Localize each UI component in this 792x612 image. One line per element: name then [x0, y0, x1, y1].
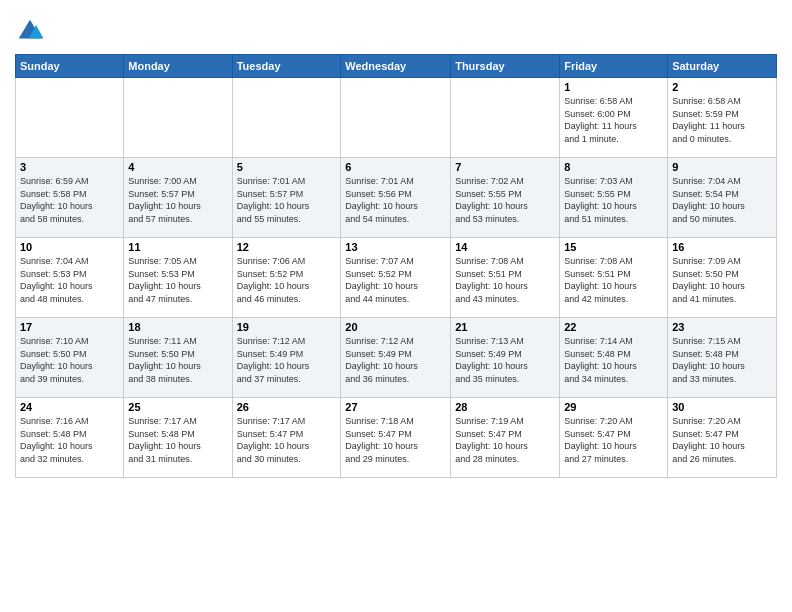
day-number: 6	[345, 161, 446, 173]
calendar-cell: 27Sunrise: 7:18 AM Sunset: 5:47 PM Dayli…	[341, 398, 451, 478]
calendar-cell: 21Sunrise: 7:13 AM Sunset: 5:49 PM Dayli…	[451, 318, 560, 398]
day-info: Sunrise: 7:08 AM Sunset: 5:51 PM Dayligh…	[564, 255, 663, 305]
calendar-cell: 6Sunrise: 7:01 AM Sunset: 5:56 PM Daylig…	[341, 158, 451, 238]
calendar-cell: 20Sunrise: 7:12 AM Sunset: 5:49 PM Dayli…	[341, 318, 451, 398]
day-number: 22	[564, 321, 663, 333]
day-info: Sunrise: 7:15 AM Sunset: 5:48 PM Dayligh…	[672, 335, 772, 385]
day-number: 10	[20, 241, 119, 253]
calendar-cell: 11Sunrise: 7:05 AM Sunset: 5:53 PM Dayli…	[124, 238, 232, 318]
day-number: 14	[455, 241, 555, 253]
calendar-cell: 10Sunrise: 7:04 AM Sunset: 5:53 PM Dayli…	[16, 238, 124, 318]
day-info: Sunrise: 7:09 AM Sunset: 5:50 PM Dayligh…	[672, 255, 772, 305]
day-info: Sunrise: 7:07 AM Sunset: 5:52 PM Dayligh…	[345, 255, 446, 305]
day-info: Sunrise: 7:01 AM Sunset: 5:56 PM Dayligh…	[345, 175, 446, 225]
calendar-cell: 30Sunrise: 7:20 AM Sunset: 5:47 PM Dayli…	[668, 398, 777, 478]
day-number: 19	[237, 321, 337, 333]
day-number: 24	[20, 401, 119, 413]
calendar-cell: 2Sunrise: 6:58 AM Sunset: 5:59 PM Daylig…	[668, 78, 777, 158]
day-info: Sunrise: 7:00 AM Sunset: 5:57 PM Dayligh…	[128, 175, 227, 225]
day-number: 28	[455, 401, 555, 413]
day-info: Sunrise: 7:18 AM Sunset: 5:47 PM Dayligh…	[345, 415, 446, 465]
day-number: 13	[345, 241, 446, 253]
day-number: 9	[672, 161, 772, 173]
day-number: 5	[237, 161, 337, 173]
page-container: SundayMondayTuesdayWednesdayThursdayFrid…	[0, 0, 792, 488]
day-number: 26	[237, 401, 337, 413]
calendar-week-row: 1Sunrise: 6:58 AM Sunset: 6:00 PM Daylig…	[16, 78, 777, 158]
calendar-table: SundayMondayTuesdayWednesdayThursdayFrid…	[15, 54, 777, 478]
day-number: 2	[672, 81, 772, 93]
calendar-cell: 17Sunrise: 7:10 AM Sunset: 5:50 PM Dayli…	[16, 318, 124, 398]
day-info: Sunrise: 7:04 AM Sunset: 5:53 PM Dayligh…	[20, 255, 119, 305]
day-number: 18	[128, 321, 227, 333]
day-number: 15	[564, 241, 663, 253]
day-number: 8	[564, 161, 663, 173]
day-number: 16	[672, 241, 772, 253]
day-info: Sunrise: 6:58 AM Sunset: 6:00 PM Dayligh…	[564, 95, 663, 145]
day-number: 27	[345, 401, 446, 413]
day-info: Sunrise: 7:05 AM Sunset: 5:53 PM Dayligh…	[128, 255, 227, 305]
calendar-cell: 1Sunrise: 6:58 AM Sunset: 6:00 PM Daylig…	[560, 78, 668, 158]
day-info: Sunrise: 7:17 AM Sunset: 5:48 PM Dayligh…	[128, 415, 227, 465]
calendar-cell: 23Sunrise: 7:15 AM Sunset: 5:48 PM Dayli…	[668, 318, 777, 398]
calendar-cell: 19Sunrise: 7:12 AM Sunset: 5:49 PM Dayli…	[232, 318, 341, 398]
day-number: 4	[128, 161, 227, 173]
calendar-cell: 15Sunrise: 7:08 AM Sunset: 5:51 PM Dayli…	[560, 238, 668, 318]
calendar-cell	[16, 78, 124, 158]
day-info: Sunrise: 7:20 AM Sunset: 5:47 PM Dayligh…	[564, 415, 663, 465]
calendar-cell: 28Sunrise: 7:19 AM Sunset: 5:47 PM Dayli…	[451, 398, 560, 478]
calendar-cell: 13Sunrise: 7:07 AM Sunset: 5:52 PM Dayli…	[341, 238, 451, 318]
logo-icon	[15, 16, 45, 46]
day-number: 3	[20, 161, 119, 173]
calendar-cell: 12Sunrise: 7:06 AM Sunset: 5:52 PM Dayli…	[232, 238, 341, 318]
day-info: Sunrise: 7:16 AM Sunset: 5:48 PM Dayligh…	[20, 415, 119, 465]
day-number: 25	[128, 401, 227, 413]
day-info: Sunrise: 7:12 AM Sunset: 5:49 PM Dayligh…	[345, 335, 446, 385]
day-number: 11	[128, 241, 227, 253]
weekday-header: Friday	[560, 55, 668, 78]
day-number: 30	[672, 401, 772, 413]
day-number: 20	[345, 321, 446, 333]
day-number: 21	[455, 321, 555, 333]
header	[15, 10, 777, 46]
calendar-cell	[232, 78, 341, 158]
day-number: 23	[672, 321, 772, 333]
day-number: 17	[20, 321, 119, 333]
day-number: 7	[455, 161, 555, 173]
calendar-week-row: 24Sunrise: 7:16 AM Sunset: 5:48 PM Dayli…	[16, 398, 777, 478]
calendar-cell: 24Sunrise: 7:16 AM Sunset: 5:48 PM Dayli…	[16, 398, 124, 478]
calendar-week-row: 3Sunrise: 6:59 AM Sunset: 5:58 PM Daylig…	[16, 158, 777, 238]
calendar-cell: 14Sunrise: 7:08 AM Sunset: 5:51 PM Dayli…	[451, 238, 560, 318]
day-info: Sunrise: 6:59 AM Sunset: 5:58 PM Dayligh…	[20, 175, 119, 225]
weekday-header: Sunday	[16, 55, 124, 78]
weekday-header: Monday	[124, 55, 232, 78]
calendar-cell: 26Sunrise: 7:17 AM Sunset: 5:47 PM Dayli…	[232, 398, 341, 478]
day-number: 29	[564, 401, 663, 413]
day-info: Sunrise: 7:12 AM Sunset: 5:49 PM Dayligh…	[237, 335, 337, 385]
day-info: Sunrise: 7:01 AM Sunset: 5:57 PM Dayligh…	[237, 175, 337, 225]
day-info: Sunrise: 7:04 AM Sunset: 5:54 PM Dayligh…	[672, 175, 772, 225]
day-info: Sunrise: 7:19 AM Sunset: 5:47 PM Dayligh…	[455, 415, 555, 465]
calendar-cell: 25Sunrise: 7:17 AM Sunset: 5:48 PM Dayli…	[124, 398, 232, 478]
calendar-week-row: 10Sunrise: 7:04 AM Sunset: 5:53 PM Dayli…	[16, 238, 777, 318]
day-info: Sunrise: 7:10 AM Sunset: 5:50 PM Dayligh…	[20, 335, 119, 385]
day-number: 12	[237, 241, 337, 253]
day-info: Sunrise: 7:20 AM Sunset: 5:47 PM Dayligh…	[672, 415, 772, 465]
calendar-cell: 22Sunrise: 7:14 AM Sunset: 5:48 PM Dayli…	[560, 318, 668, 398]
calendar-cell	[124, 78, 232, 158]
weekday-header: Tuesday	[232, 55, 341, 78]
calendar-cell	[341, 78, 451, 158]
day-info: Sunrise: 7:13 AM Sunset: 5:49 PM Dayligh…	[455, 335, 555, 385]
calendar-cell: 18Sunrise: 7:11 AM Sunset: 5:50 PM Dayli…	[124, 318, 232, 398]
weekday-header: Wednesday	[341, 55, 451, 78]
weekday-header: Thursday	[451, 55, 560, 78]
day-info: Sunrise: 7:11 AM Sunset: 5:50 PM Dayligh…	[128, 335, 227, 385]
day-info: Sunrise: 7:02 AM Sunset: 5:55 PM Dayligh…	[455, 175, 555, 225]
calendar-cell: 8Sunrise: 7:03 AM Sunset: 5:55 PM Daylig…	[560, 158, 668, 238]
calendar-cell: 3Sunrise: 6:59 AM Sunset: 5:58 PM Daylig…	[16, 158, 124, 238]
day-number: 1	[564, 81, 663, 93]
day-info: Sunrise: 6:58 AM Sunset: 5:59 PM Dayligh…	[672, 95, 772, 145]
day-info: Sunrise: 7:03 AM Sunset: 5:55 PM Dayligh…	[564, 175, 663, 225]
calendar-cell	[451, 78, 560, 158]
calendar-cell: 7Sunrise: 7:02 AM Sunset: 5:55 PM Daylig…	[451, 158, 560, 238]
